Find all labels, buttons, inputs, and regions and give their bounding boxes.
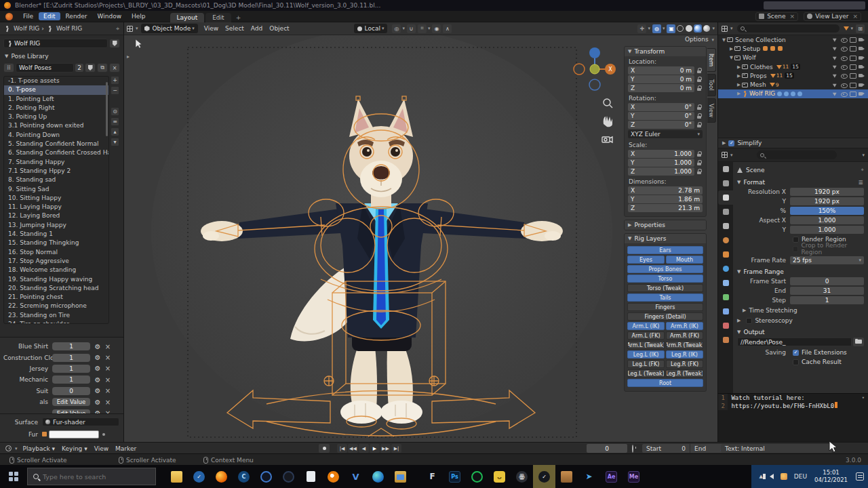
outliner-row[interactable]: ▶Props1115 bbox=[718, 71, 868, 80]
rig-layer-button[interactable]: Root bbox=[627, 379, 703, 387]
library-browse-button[interactable]: ⠿ bbox=[3, 63, 14, 73]
selectable-icon[interactable] bbox=[832, 64, 839, 70]
pose-list-item[interactable]: 12. Laying Bored bbox=[4, 211, 108, 220]
mode-selector[interactable]: Object Mode ▾ bbox=[141, 24, 198, 33]
photos-icon[interactable] bbox=[389, 465, 412, 488]
text-datablock-field[interactable]: Text: Internal bbox=[721, 444, 833, 453]
show-overlays-icon[interactable]: ◍ bbox=[652, 24, 661, 33]
file-extensions-checkbox[interactable]: ✓ bbox=[793, 350, 799, 356]
edge-icon[interactable] bbox=[367, 465, 389, 488]
blender-menu-icon[interactable] bbox=[5, 13, 13, 20]
workspace-tab-edit[interactable]: Edit bbox=[205, 13, 231, 22]
shading-rendered-button[interactable] bbox=[703, 24, 711, 33]
lock-open-icon[interactable] bbox=[696, 104, 703, 110]
keyboard-language[interactable]: DEU bbox=[794, 473, 807, 480]
filter-options-icon[interactable]: ≡ bbox=[111, 117, 119, 126]
remove-icon[interactable]: × bbox=[104, 376, 112, 384]
editor-type-icon[interactable] bbox=[127, 26, 133, 32]
scene-selector[interactable]: Scene × bbox=[755, 12, 798, 21]
pin-icon[interactable]: ⌖ bbox=[116, 25, 119, 33]
menu-file[interactable]: File bbox=[18, 12, 38, 20]
transform-section-header[interactable]: ▼ Transform bbox=[625, 47, 706, 56]
pose-list-item[interactable]: 7. Standing Happy bbox=[4, 158, 108, 167]
pose-list-item[interactable]: 6. Standing Confident Crossed Hand bbox=[4, 148, 108, 157]
move-down-icon[interactable]: ▾ bbox=[111, 138, 119, 146]
chevron-right-icon[interactable]: ▶ bbox=[736, 64, 742, 70]
pose-list-item[interactable]: 2. Poiting Right bbox=[4, 104, 108, 113]
shading-wireframe-button[interactable] bbox=[676, 24, 684, 33]
disable-viewports-icon[interactable] bbox=[850, 64, 856, 70]
unlink-scene-icon[interactable]: × bbox=[790, 13, 795, 20]
transform-value-field[interactable]: X2.78 m bbox=[628, 186, 703, 195]
browse-folder-icon[interactable] bbox=[853, 338, 864, 346]
rig-name-field[interactable]: Wolf RIG bbox=[3, 39, 108, 48]
pin-icon[interactable]: ⌖ bbox=[861, 167, 864, 174]
decorator-dot-icon[interactable] bbox=[102, 433, 105, 436]
rig-layer-button[interactable]: Arm.R (IK) bbox=[666, 322, 703, 330]
properties-tab-output[interactable] bbox=[718, 190, 733, 205]
sidebar-tab-view[interactable]: View bbox=[707, 98, 716, 123]
window-controls-area[interactable] bbox=[764, 1, 865, 9]
library-name-field[interactable]: Wolf Poses bbox=[16, 63, 74, 73]
play-button[interactable]: ▶ bbox=[370, 444, 380, 453]
snap-magnet-icon[interactable]: ∪ bbox=[407, 24, 416, 33]
transform-value-field[interactable]: X1.000 bbox=[628, 150, 694, 158]
gizmo-z-axis[interactable] bbox=[589, 47, 600, 58]
property-value-field[interactable]: 1 bbox=[790, 296, 864, 304]
properties-tab-constraints[interactable] bbox=[718, 276, 733, 290]
lock-open-icon[interactable] bbox=[696, 113, 703, 119]
pose-list-item[interactable]: 14. Standing 1 bbox=[4, 230, 108, 239]
add-workspace-button[interactable]: + bbox=[233, 13, 245, 22]
outliner-row[interactable]: ▶Setup bbox=[718, 44, 868, 53]
disable-viewports-icon[interactable] bbox=[850, 91, 856, 97]
remove-icon[interactable]: × bbox=[104, 354, 112, 361]
property-value-field[interactable]: 0 bbox=[790, 277, 864, 285]
add-pose-icon[interactable]: + bbox=[111, 76, 119, 85]
jump-to-end-button[interactable]: ▶| bbox=[391, 444, 401, 453]
hide-viewport-icon[interactable] bbox=[841, 55, 848, 61]
lock-open-icon[interactable] bbox=[696, 68, 703, 74]
transform-value-field[interactable]: Z0 m bbox=[628, 84, 694, 92]
menu-render[interactable]: Render bbox=[61, 12, 92, 20]
pose-list[interactable]: -1. T-pose assets0. T-pose1. Pointing Le… bbox=[3, 76, 109, 324]
pose-list-item[interactable]: 20. Standing Scratching head bbox=[4, 284, 108, 293]
editor-type-icon[interactable] bbox=[722, 26, 728, 32]
chevron-right-icon[interactable]: ▶ bbox=[728, 46, 734, 52]
render-region-checkbox[interactable] bbox=[793, 237, 799, 243]
pose-list-item[interactable]: 19. Standing Happy waving bbox=[4, 275, 108, 284]
gear-icon[interactable]: ⚙ bbox=[93, 364, 102, 373]
material-value-field[interactable]: Edit Value bbox=[52, 398, 90, 406]
breadcrumb-object[interactable]: Wolf RIG bbox=[14, 25, 39, 32]
snap-target-icon[interactable]: ⌗ bbox=[418, 24, 427, 33]
timeline-menu-view[interactable]: View bbox=[94, 445, 108, 452]
current-frame-field[interactable]: 0 bbox=[587, 444, 627, 453]
lock-open-icon[interactable] bbox=[696, 151, 703, 157]
sidebar-tab-tool[interactable]: Tool bbox=[707, 74, 716, 96]
transform-value-field[interactable]: Z1.000 bbox=[628, 167, 694, 176]
next-keyframe-button[interactable]: ▶▶ bbox=[380, 444, 391, 453]
properties-section-header[interactable]: ▶ Properties bbox=[625, 220, 706, 230]
gear-icon[interactable]: ⚙ bbox=[93, 386, 102, 395]
properties-search-field[interactable] bbox=[757, 150, 837, 159]
disable-render-icon[interactable] bbox=[859, 82, 865, 88]
disable-viewports-icon[interactable] bbox=[850, 82, 856, 88]
lock-open-icon[interactable] bbox=[696, 77, 703, 83]
rig-layer-button[interactable]: Eyes bbox=[627, 256, 665, 264]
notepad-icon[interactable] bbox=[300, 465, 322, 488]
disable-render-icon[interactable] bbox=[859, 73, 865, 79]
viewport-menu-object[interactable]: Object bbox=[269, 25, 289, 32]
properties-tab-physics[interactable] bbox=[718, 262, 733, 276]
spotify-icon[interactable] bbox=[466, 465, 488, 488]
frame-rate-dropdown[interactable]: 25 fps ▾ bbox=[790, 256, 864, 264]
transform-value-field[interactable]: Y0° bbox=[628, 112, 694, 120]
pose-list-item[interactable]: 16. Stop Normal bbox=[4, 248, 108, 257]
pose-list-item[interactable]: 1. Pointing Left bbox=[4, 95, 108, 104]
remove-icon[interactable]: × bbox=[104, 399, 112, 406]
menu-help[interactable]: Help bbox=[127, 12, 151, 20]
shading-solid-button[interactable] bbox=[685, 24, 693, 33]
simplify-panel-row[interactable]: ▶ ✓ Simplify bbox=[717, 138, 868, 148]
new-library-button[interactable]: ⧉ bbox=[97, 63, 108, 73]
falloff-curve-icon[interactable]: ∧ bbox=[443, 24, 452, 33]
remove-icon[interactable]: × bbox=[104, 365, 112, 372]
transform-orientation-selector[interactable]: Local ▾ bbox=[354, 24, 388, 33]
